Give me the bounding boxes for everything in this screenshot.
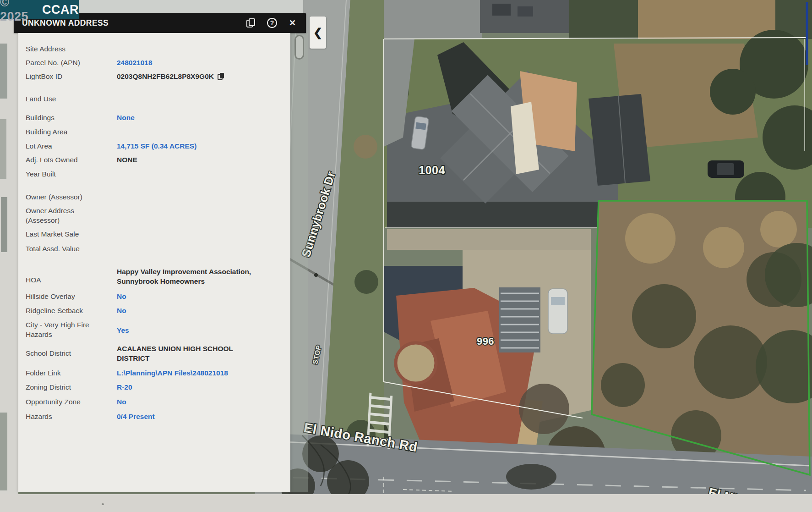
field-value-hazards[interactable]: 0/4 Present — [117, 412, 285, 421]
field-value-school: ACALANES UNION HIGH SCHOOL DISTRICT — [117, 344, 254, 363]
photo-bottom-border — [0, 494, 812, 512]
field-label-school: School District — [26, 344, 117, 363]
field-label-adj-lots: Adj. Lots Owned — [26, 155, 117, 165]
field-label-folder: Folder Link — [26, 368, 117, 378]
field-value-folder-link[interactable]: L:\Planning\APN Files\248021018 — [117, 368, 285, 378]
field-value-adj-lots: NONE — [117, 155, 285, 165]
field-label-owner: Owner (Assessor) — [26, 192, 117, 202]
chevron-left-icon: ❮ — [313, 26, 322, 39]
field-value-total-assd — [117, 244, 285, 253]
field-value-fire[interactable]: Yes — [101, 320, 285, 339]
panel-collapse-button[interactable]: ❮ — [310, 17, 326, 49]
field-label-apn: Parcel No. (APN) — [26, 58, 117, 67]
field-label-hoa: HOA — [26, 267, 117, 286]
field-label-ridgeline: Ridgeline Setback — [26, 306, 117, 315]
house-number-1004: 1004 — [419, 164, 445, 176]
car-white — [548, 289, 567, 334]
parcel-info-panel: UNKNOWN ADDRESS ? ✕ Site Address Parcel … — [14, 13, 308, 492]
screenshot-photo: STOP Sunnyb — [0, 0, 812, 512]
watermark-copyright: © 2025 — [0, 0, 38, 24]
ccar-watermark: © 2025 CCAR — [0, 0, 79, 19]
field-value-buildings[interactable]: None — [117, 113, 285, 122]
house-number-996: 996 — [477, 336, 494, 347]
field-value-site-address — [117, 44, 285, 54]
panel-body: Site Address Parcel No. (APN)248021018 L… — [18, 33, 290, 492]
field-label-last-sale: Last Market Sale — [26, 229, 117, 239]
help-icon[interactable]: ? — [267, 18, 277, 28]
field-label-hillside: Hillside Overlay — [26, 292, 117, 301]
close-icon[interactable]: ✕ — [289, 19, 296, 27]
field-value-year-built — [117, 169, 285, 179]
field-value-zoning[interactable]: R-20 — [117, 382, 285, 392]
field-label-zoning: Zoning District — [26, 382, 117, 392]
car-dark — [708, 160, 744, 178]
field-label-total-assd: Total Assd. Value — [26, 244, 117, 253]
field-value-hoa: Happy Valley Improvement Association, Su… — [117, 267, 263, 286]
field-value-apn[interactable]: 248021018 — [117, 58, 285, 67]
field-label-fire: City - Very High Fire Hazards — [26, 320, 101, 339]
field-value-land-use — [117, 94, 285, 104]
copy-icon[interactable] — [246, 18, 255, 28]
panel-title: UNKNOWN ADDRESS — [14, 18, 246, 28]
field-label-buildings: Buildings — [26, 113, 117, 122]
field-label-opportunity: Opportunity Zone — [26, 397, 117, 407]
pergola-996 — [499, 287, 540, 352]
field-value-owner-address — [94, 206, 285, 225]
field-value-hillside[interactable]: No — [117, 292, 285, 301]
field-label-year-built: Year Built — [26, 169, 117, 179]
field-value-lot-area[interactable]: 14,715 SF (0.34 ACRES) — [117, 141, 285, 151]
field-value-ridgeline[interactable]: No — [117, 306, 285, 315]
paper-speck — [102, 503, 104, 505]
field-value-opportunity[interactable]: No — [117, 397, 285, 407]
field-label-hazards: Hazards — [26, 412, 117, 421]
field-label-building-area: Building Area — [26, 127, 117, 137]
field-value-lightbox: 0203Q8NH2FB62L8P8X9G0K — [117, 72, 285, 81]
field-label-lot-area: Lot Area — [26, 141, 117, 151]
field-label-owner-address: Owner Address (Assessor) — [26, 206, 94, 225]
field-value-owner — [117, 192, 285, 202]
watermark-brand: CCAR — [42, 3, 79, 17]
copy-icon[interactable] — [218, 72, 224, 80]
field-label-lightbox: LightBox ID — [26, 72, 117, 81]
field-label-land-use: Land Use — [26, 94, 117, 104]
field-label-site-address: Site Address — [26, 44, 117, 54]
field-value-building-area — [117, 127, 285, 137]
field-value-last-sale — [117, 229, 285, 239]
